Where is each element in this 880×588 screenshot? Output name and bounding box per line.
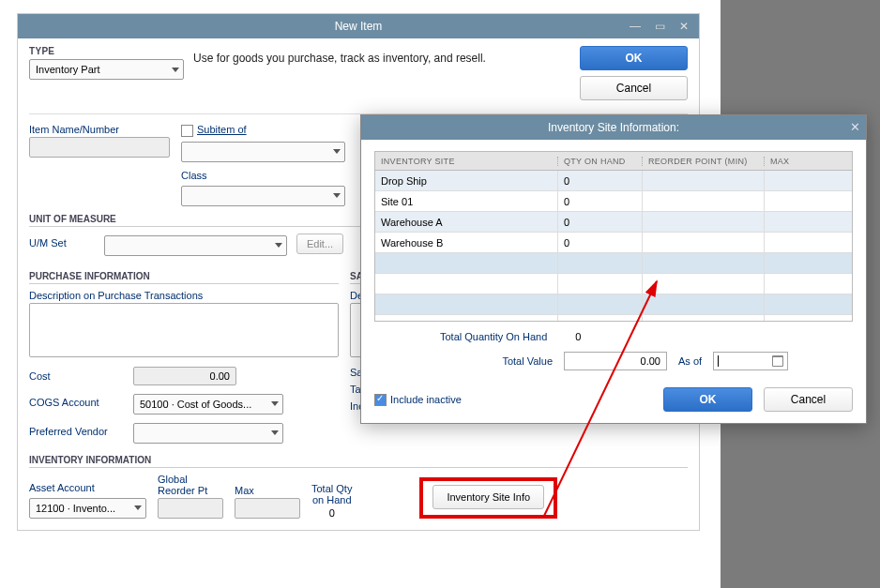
- cost-label: Cost: [29, 370, 128, 382]
- chevron-down-icon: [271, 430, 279, 435]
- cell-qty: 0: [558, 171, 643, 190]
- asset-label: Asset Account: [29, 482, 146, 493]
- type-label: TYPE: [29, 46, 184, 56]
- max-input[interactable]: [235, 498, 300, 519]
- cell-max: [765, 233, 852, 252]
- cell-qty: 0: [558, 191, 643, 211]
- type-dropdown[interactable]: Inventory Part: [29, 59, 184, 80]
- table-row[interactable]: Site 01 0: [375, 191, 852, 212]
- purchase-desc-input[interactable]: [29, 303, 339, 357]
- edit-button[interactable]: Edit...: [296, 234, 343, 254]
- cell-site: Warehouse B: [375, 233, 558, 252]
- cell-site: Site 01: [375, 191, 558, 211]
- titlebar: New Item — ▭ ✕: [18, 14, 699, 38]
- vendor-dropdown[interactable]: [133, 423, 283, 444]
- total-qty-value: 0: [575, 331, 581, 342]
- modal-titlebar: Inventory Site Information: ✕: [361, 115, 866, 140]
- total-qty-label: Total Qtyon Hand: [311, 483, 352, 505]
- col-site-header: INVENTORY SITE: [375, 157, 558, 166]
- table-row[interactable]: [375, 294, 852, 315]
- chevron-down-icon: [275, 243, 282, 248]
- col-max-header: MAX: [765, 157, 852, 166]
- cell-reorder: [643, 212, 765, 232]
- chevron-down-icon: [333, 149, 341, 154]
- item-name-label: Item Name/Number: [29, 124, 170, 135]
- cogs-dropdown[interactable]: 50100 · Cost of Goods...: [133, 394, 283, 415]
- cell-max: [765, 212, 852, 232]
- asof-date-input[interactable]: [713, 352, 788, 370]
- total-qty-label: Total Quantity On Hand: [440, 331, 547, 342]
- cogs-value: 50100 · Cost of Goods...: [140, 399, 251, 410]
- type-value: Inventory Part: [36, 64, 99, 75]
- inventory-header: INVENTORY INFORMATION: [29, 455, 688, 468]
- modal-ok-button[interactable]: OK: [663, 387, 752, 412]
- table-row[interactable]: Warehouse B 0: [375, 233, 852, 253]
- close-icon[interactable]: ✕: [673, 18, 695, 35]
- table-row[interactable]: Drop Ship 0: [375, 171, 852, 191]
- cell-reorder: [643, 233, 765, 252]
- cell-max: [765, 171, 852, 190]
- cell-max: [765, 191, 852, 211]
- type-description: Use for goods you purchase, track as inv…: [184, 46, 580, 65]
- table-body[interactable]: Drop Ship 0 Site 01 0 Warehouse A 0: [375, 171, 852, 321]
- modal-title: Inventory Site Information:: [548, 121, 679, 134]
- max-label: Max: [235, 485, 300, 496]
- chevron-down-icon: [134, 505, 142, 510]
- modal-cancel-button[interactable]: Cancel: [764, 387, 853, 412]
- close-icon[interactable]: ✕: [850, 120, 860, 134]
- subitem-checkbox[interactable]: [181, 125, 193, 137]
- cost-input[interactable]: [133, 367, 236, 385]
- cell-site: Warehouse A: [375, 212, 558, 232]
- total-value-input[interactable]: [564, 352, 667, 370]
- total-value-label: Total Value: [374, 355, 553, 367]
- asset-dropdown[interactable]: 12100 · Invento...: [29, 498, 146, 519]
- inventory-site-modal: Inventory Site Information: ✕ INVENTORY …: [360, 114, 867, 424]
- cell-reorder: [643, 191, 765, 211]
- inventory-site-info-button[interactable]: Inventory Site Info: [432, 485, 544, 509]
- chevron-down-icon: [271, 401, 279, 406]
- cancel-button[interactable]: Cancel: [580, 76, 688, 100]
- uom-set-label: U/M Set: [29, 237, 95, 249]
- table-row[interactable]: [375, 315, 852, 321]
- class-label: Class: [181, 170, 345, 181]
- reorder-label: GlobalReorder Pt: [158, 474, 223, 496]
- vendor-label: Preferred Vendor: [29, 426, 128, 437]
- ok-button[interactable]: OK: [580, 46, 688, 70]
- uom-set-dropdown[interactable]: [104, 235, 287, 256]
- col-qty-header: QTY ON HAND: [558, 157, 643, 166]
- maximize-icon[interactable]: ▭: [648, 18, 671, 35]
- chevron-down-icon: [333, 193, 341, 198]
- inventory-sites-table: INVENTORY SITE QTY ON HAND REORDER POINT…: [374, 151, 853, 322]
- cell-reorder: [643, 171, 765, 190]
- cell-site: Drop Ship: [375, 171, 558, 190]
- subitem-dropdown[interactable]: [181, 142, 345, 162]
- cogs-label: COGS Account: [29, 397, 128, 408]
- minimize-icon[interactable]: —: [624, 18, 646, 35]
- window-title: New Item: [335, 20, 383, 33]
- asset-value: 12100 · Invento...: [36, 503, 115, 514]
- chevron-down-icon: [172, 68, 179, 72]
- include-inactive-checkbox[interactable]: [374, 394, 387, 406]
- cell-qty: 0: [558, 233, 643, 252]
- purchase-header: PURCHASE INFORMATION: [29, 271, 339, 284]
- class-dropdown[interactable]: [181, 186, 345, 206]
- total-qty-value: 0: [329, 507, 335, 519]
- include-inactive-label: Include inactive: [390, 394, 462, 405]
- item-name-input[interactable]: [29, 137, 170, 158]
- subitem-label: Subitem of: [181, 124, 345, 137]
- reorder-input[interactable]: [158, 498, 223, 519]
- table-row[interactable]: [375, 253, 852, 274]
- inventory-site-button-highlight: Inventory Site Info: [419, 477, 557, 519]
- col-reorder-header: REORDER POINT (MIN): [643, 157, 765, 166]
- cell-qty: 0: [558, 212, 643, 232]
- purchase-desc-label: Description on Purchase Transactions: [29, 290, 339, 301]
- calendar-icon[interactable]: [772, 355, 783, 367]
- table-row[interactable]: [375, 274, 852, 294]
- table-row[interactable]: Warehouse A 0: [375, 212, 852, 233]
- asof-label: As of: [678, 355, 702, 367]
